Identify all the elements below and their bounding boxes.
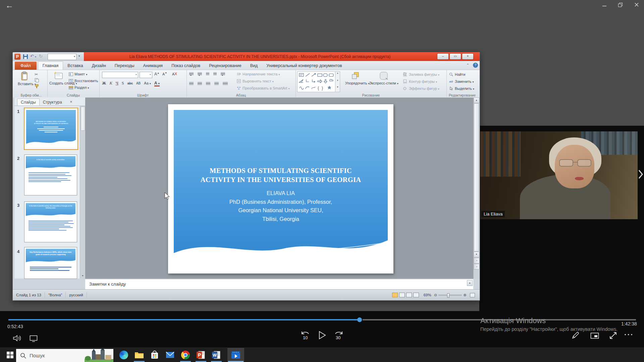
bold-button[interactable]: Ж (102, 81, 106, 86)
reset-button[interactable]: Восстановить (69, 79, 98, 83)
taskbar-movies-tv-active[interactable] (227, 348, 244, 362)
zoom-out-icon[interactable] (434, 293, 437, 297)
taskbar-powerpoint[interactable]: P (194, 348, 208, 362)
slide-sorter-view-button[interactable] (399, 293, 405, 297)
more-options-icon[interactable] (625, 333, 633, 337)
tab-review[interactable]: Рецензирование (205, 62, 246, 70)
shadow-button[interactable]: S (122, 81, 124, 86)
increase-indent-icon[interactable] (213, 72, 217, 76)
scroll-down-icon[interactable] (474, 252, 479, 257)
progress-thumb[interactable] (357, 317, 362, 322)
shapes-scroll[interactable] (335, 72, 340, 92)
shapes-gallery[interactable]: { } (297, 71, 340, 92)
panel-close-icon[interactable] (70, 100, 72, 104)
taskbar-edge[interactable] (117, 348, 131, 362)
skip-forward-30-button[interactable]: 30 (333, 330, 344, 341)
taskbar-word[interactable]: W (209, 348, 223, 362)
panel-scrollbar[interactable] (80, 106, 85, 279)
char-spacing-button[interactable]: АВ (136, 81, 141, 85)
arrange-button[interactable]: Упорядочить (345, 71, 366, 85)
taskbar-chrome[interactable] (178, 348, 193, 362)
skip-back-10-button[interactable]: 10 (300, 330, 311, 341)
title-bar[interactable]: Lia Eliava METHODS OF STIMULATING SCIENT… (84, 52, 480, 61)
main-scrollbar[interactable] (473, 98, 479, 279)
align-text-button[interactable]: Выровнять текст (237, 79, 274, 83)
search-box[interactable]: Пошук (16, 349, 113, 362)
slide-thumbnail-2[interactable]: In the field of scientific activity univ… (24, 155, 77, 195)
undo-icon[interactable]: ↶ (30, 54, 36, 59)
justify-icon[interactable] (214, 82, 219, 85)
taskbar-mail[interactable] (163, 348, 177, 362)
text-direction-button[interactable]: A Направление текста (237, 72, 280, 76)
redo-icon[interactable]: ↻ (39, 54, 43, 59)
close-window-button[interactable] (634, 2, 639, 9)
scroll-up-icon[interactable] (474, 98, 479, 103)
tab-design[interactable]: Дизайн (88, 62, 110, 70)
font-color-button[interactable]: А (154, 81, 160, 86)
customize-qat-icon[interactable] (78, 54, 80, 58)
tab-animations[interactable]: Анимация (139, 62, 167, 70)
slide-thumbnail-4[interactable]: Key Performance Indicators (KPIs, which … (24, 247, 77, 279)
slideshow-view-button[interactable] (413, 293, 419, 297)
mini-player-icon[interactable] (590, 333, 599, 339)
qat-dropdown[interactable] (48, 54, 76, 60)
panel-tab-slides[interactable]: Слайды (17, 99, 40, 106)
panel-scroll-down-icon[interactable] (80, 274, 85, 279)
tab-insert[interactable]: Вставка (63, 62, 87, 70)
volume-icon[interactable] (13, 335, 21, 342)
align-left-icon[interactable] (189, 82, 194, 85)
paste-button[interactable]: Вставить (18, 71, 31, 86)
shape-fill-button[interactable]: Заливка фигуры (403, 72, 439, 76)
scrollbar-thumb[interactable] (474, 103, 479, 251)
normal-view-button[interactable] (392, 293, 398, 297)
taskbar-file-explorer[interactable] (132, 348, 146, 362)
shape-effects-button[interactable]: Эффекты фигур (403, 86, 439, 90)
taskbar-store[interactable] (148, 348, 162, 362)
minimize-window-button[interactable] (602, 2, 607, 9)
save-button[interactable] (23, 54, 28, 60)
layout-button[interactable]: Макет (69, 72, 87, 76)
tab-file[interactable]: Файл (15, 62, 37, 70)
minimize-ribbon-icon[interactable] (466, 63, 469, 67)
shape-outline-button[interactable]: Контур фигуры (403, 79, 437, 83)
section-button[interactable]: Раздел (69, 85, 89, 89)
slide-thumbnail-3[interactable]: In the field of scientific activity, the… (24, 201, 77, 242)
reading-view-button[interactable] (406, 293, 412, 297)
convert-smartart-button[interactable]: Преобразовать в SmartArt (237, 86, 289, 90)
powerpoint-app-icon[interactable]: P (14, 54, 20, 60)
edit-pencil-icon[interactable] (571, 331, 580, 340)
help-icon[interactable]: ? (473, 63, 478, 68)
slide-thumbnail-1[interactable]: METHODS OF STIMULATING SCIENTIFIC ACTIVI… (24, 108, 78, 150)
find-button[interactable]: Найти (449, 72, 465, 76)
cut-icon[interactable] (35, 72, 38, 77)
restore-window-button[interactable] (618, 2, 623, 9)
new-slide-button[interactable]: Создать слайд (49, 71, 67, 85)
copy-icon[interactable] (35, 78, 39, 83)
panel-scrollbar-thumb[interactable] (81, 107, 85, 131)
notes-pane[interactable]: Заметки к слайду (85, 279, 473, 290)
panel-tab-outline[interactable]: Структура (40, 99, 65, 106)
tab-slideshow[interactable]: Показ слайдов (167, 62, 205, 70)
zoom-level[interactable]: 69% (424, 293, 431, 297)
font-name-select[interactable] (102, 72, 138, 78)
select-button[interactable]: Выделить (449, 86, 474, 90)
italic-button[interactable]: К (109, 81, 112, 86)
font-size-select[interactable] (140, 72, 152, 78)
clear-formatting-icon[interactable]: A (172, 71, 178, 78)
change-case-button[interactable]: Аа (144, 81, 151, 85)
slide-canvas[interactable]: METHODS OF STIMULATING SCIENTIFIC ACTIVI… (168, 104, 393, 274)
replace-button[interactable]: ab Заменить (449, 79, 474, 83)
strikethrough-button[interactable]: abc (127, 81, 133, 85)
zoom-slider-thumb[interactable] (447, 293, 449, 298)
decrease-indent-icon[interactable] (206, 72, 209, 76)
presentation-mode-icon[interactable] (30, 335, 38, 342)
zoom-in-icon[interactable] (463, 293, 467, 297)
tab-view[interactable]: Вид (246, 62, 262, 70)
next-slide-button[interactable] (474, 264, 479, 269)
back-button[interactable] (5, 1, 13, 10)
fit-to-window-button[interactable] (470, 293, 475, 297)
ppt-minimize-button[interactable] (437, 53, 449, 60)
line-spacing-icon[interactable] (221, 72, 225, 76)
zoom-slider[interactable] (438, 295, 462, 296)
shrink-font-icon[interactable]: A▼ (162, 72, 167, 76)
